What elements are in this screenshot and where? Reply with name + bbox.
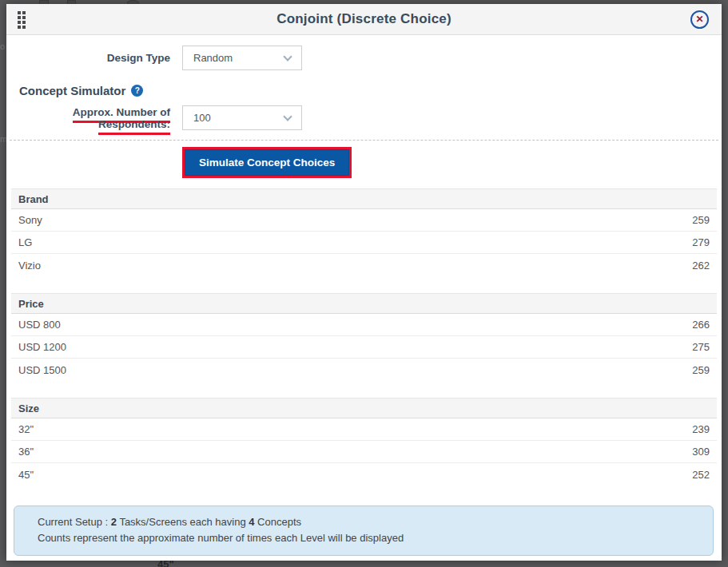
background-fragment: m	[0, 134, 6, 144]
help-icon[interactable]: ?	[131, 85, 143, 97]
row-value: 259	[692, 364, 710, 376]
row-value: 239	[692, 423, 710, 435]
row-value: 262	[692, 260, 710, 272]
row-label: 45"	[18, 469, 34, 481]
brand-table: Brand Sony 259 LG 279 Vizio 262	[11, 188, 717, 276]
table-row: USD 800 266	[11, 314, 717, 336]
row-value: 252	[692, 469, 710, 481]
table-row: Sony 259	[11, 209, 717, 232]
dashed-separator	[10, 140, 718, 141]
row-label: 36"	[18, 446, 34, 458]
concept-simulator-heading: Concept Simulator ?	[19, 84, 722, 97]
annotation-highlight-box: Simulate Concept Choices	[182, 147, 352, 178]
respondents-value: 100	[193, 112, 211, 124]
row-label: 32"	[18, 423, 34, 435]
table-header: Brand	[11, 188, 717, 209]
close-icon: ✕	[695, 14, 703, 24]
info-line-2: Counts represent the approximate number …	[38, 530, 703, 546]
table-row: 36" 309	[11, 441, 717, 463]
price-table: Price USD 800 266 USD 1200 275 USD 1500 …	[11, 293, 717, 381]
design-type-label: Design Type	[6, 52, 170, 64]
row-value: 275	[692, 341, 710, 353]
table-row: 45" 252	[11, 463, 717, 486]
current-setup-info-box: Current Setup : 2 Tasks/Screens each hav…	[14, 506, 714, 556]
row-value: 259	[692, 214, 710, 226]
row-label: Vizio	[18, 260, 41, 272]
table-row: USD 1500 259	[11, 359, 717, 381]
table-row: LG 279	[11, 232, 717, 254]
table-row: Vizio 262	[11, 254, 717, 276]
close-button[interactable]: ✕	[690, 10, 709, 29]
row-label: LG	[18, 236, 32, 248]
design-type-row: Design Type Random	[6, 46, 722, 70]
respondents-dropdown[interactable]: 100	[182, 105, 302, 130]
table-header: Size	[11, 398, 717, 418]
design-type-value: Random	[193, 52, 233, 64]
background-fragment: o	[0, 42, 6, 51]
size-table: Size 32" 239 36" 309 45" 252	[11, 398, 717, 486]
row-value: 266	[692, 319, 710, 331]
drag-handle-icon[interactable]	[18, 11, 30, 29]
row-label: USD 1200	[18, 341, 66, 353]
respondents-label: Approx. Number of Respondents:	[73, 106, 170, 135]
table-header: Price	[11, 293, 717, 314]
respondents-row: Approx. Number of Respondents: 100	[6, 105, 722, 130]
respondents-label-wrap: Approx. Number of Respondents:	[6, 106, 170, 130]
row-label: USD 1500	[18, 364, 66, 376]
modal-header: Conjoint (Discrete Choice) ✕	[6, 4, 722, 35]
modal-title: Conjoint (Discrete Choice)	[276, 11, 452, 27]
row-label: Sony	[18, 214, 42, 226]
chevron-down-icon	[283, 112, 292, 121]
table-row: USD 1200 275	[11, 336, 717, 359]
conjoint-modal: Conjoint (Discrete Choice) ✕ Design Type…	[6, 4, 722, 561]
design-type-dropdown[interactable]: Random	[182, 46, 302, 70]
info-line-1: Current Setup : 2 Tasks/Screens each hav…	[38, 514, 703, 530]
simulate-concept-choices-button[interactable]: Simulate Concept Choices	[185, 149, 349, 176]
screen: { "modal": { "title": "Conjoint (Discret…	[0, 0, 728, 567]
table-row: 32" 239	[11, 418, 717, 441]
row-value: 309	[692, 446, 710, 458]
section-title: Concept Simulator	[19, 84, 125, 97]
row-value: 279	[692, 236, 710, 248]
row-label: USD 800	[18, 319, 61, 331]
chevron-down-icon	[283, 52, 292, 61]
